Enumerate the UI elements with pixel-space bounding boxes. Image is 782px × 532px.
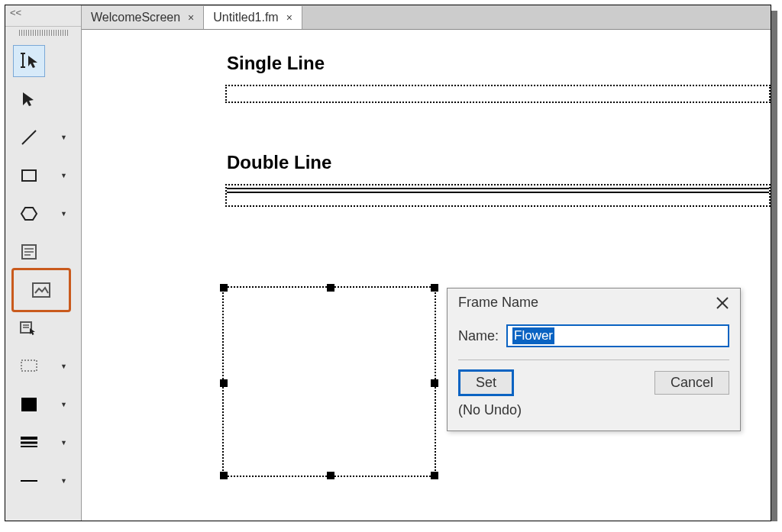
text-frame-icon [20,243,38,261]
resize-handle-nw[interactable] [220,284,228,292]
pointer-icon [20,90,38,108]
graphic-frame-tool[interactable] [11,268,71,312]
frame-name-dialog: Frame Name Name: Flower Set [447,288,741,431]
tool-panel: << ▼ [5,5,82,521]
svg-marker-2 [21,208,37,220]
marquee-icon [20,359,38,374]
resize-handle-sw[interactable] [220,472,228,479]
single-line-frame[interactable] [225,85,771,103]
dialog-title: Frame Name [458,295,538,311]
svg-rect-11 [21,360,37,371]
heading-single-line: Single Line [227,53,325,74]
text-frame-tool[interactable] [13,236,45,268]
stroke-width-dropdown[interactable]: ▼ [60,477,67,485]
polygon-tool-dropdown[interactable]: ▼ [60,210,67,218]
stroke-lines-icon [19,436,39,450]
cancel-button[interactable]: Cancel [654,371,729,395]
resize-handle-e[interactable] [431,379,438,387]
app-window: << ▼ [5,5,771,521]
text-select-tool[interactable] [13,45,45,77]
panel-grip[interactable] [19,30,68,36]
document-area: WelcomeScreen × Untitled1.fm × Single Li… [82,5,771,521]
tab-label: Untitled1.fm [213,11,278,24]
tab-welcome[interactable]: WelcomeScreen × [82,6,204,29]
pointer-tool[interactable] [13,83,45,115]
stroke-style-tool[interactable] [13,427,45,459]
close-icon[interactable]: × [286,11,292,24]
dialog-titlebar[interactable]: Frame Name [448,289,740,317]
no-undo-note: (No Undo) [458,402,729,418]
svg-line-0 [22,131,36,144]
graphic-frame-icon [31,280,52,300]
hotspot-icon [19,319,39,337]
stroke-style-dropdown[interactable]: ▼ [60,439,67,447]
resize-handle-se[interactable] [431,472,438,479]
rectangle-tool-dropdown[interactable]: ▼ [60,172,67,179]
fill-tool[interactable] [13,389,45,421]
polygon-tool[interactable] [13,198,45,230]
resize-handle-n[interactable] [327,284,334,292]
name-label: Name: [458,328,499,344]
rectangle-icon [20,166,38,185]
marquee-tool-dropdown[interactable]: ▼ [60,363,67,370]
name-input-value: Flower [512,327,554,344]
resize-handle-s[interactable] [327,472,334,479]
line-tool[interactable] [13,121,45,153]
svg-rect-1 [22,170,36,181]
fill-swatch-icon [20,396,38,413]
tab-untitled1[interactable]: Untitled1.fm × [204,6,302,29]
dialog-divider [458,360,729,360]
line-icon [20,128,38,147]
fill-tool-dropdown[interactable]: ▼ [60,401,67,408]
single-line-icon [19,477,39,485]
svg-rect-12 [21,398,37,411]
set-button[interactable]: Set [458,369,514,396]
close-icon[interactable]: × [188,11,194,24]
marquee-tool[interactable] [13,350,45,382]
line-tool-dropdown[interactable]: ▼ [60,134,67,141]
hotspot-tool[interactable] [13,312,45,344]
tab-bar: WelcomeScreen × Untitled1.fm × [82,5,771,30]
text-cursor-arrow-icon [18,51,40,71]
double-line-frame[interactable] [225,184,771,207]
selected-graphic-frame[interactable] [222,286,436,477]
tab-label: WelcomeScreen [91,11,180,24]
close-icon[interactable] [716,296,729,310]
panel-collapse-button[interactable]: << [5,5,81,27]
rectangle-tool[interactable] [13,160,45,192]
stroke-width-tool[interactable] [13,465,45,497]
canvas[interactable]: Single Line Double Line Frame Name [82,30,771,521]
heading-double-line: Double Line [227,152,331,173]
hexagon-icon [20,205,38,223]
resize-handle-w[interactable] [220,379,228,387]
resize-handle-ne[interactable] [431,284,438,292]
name-input[interactable]: Flower [506,324,729,347]
